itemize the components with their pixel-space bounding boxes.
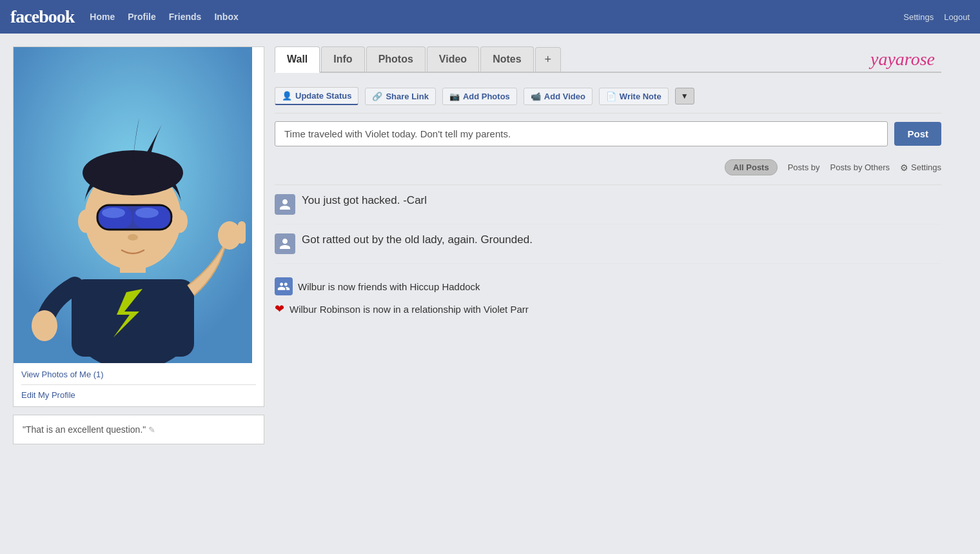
nav-settings[interactable]: Settings: [903, 12, 934, 22]
heart-icon: ❤: [275, 302, 284, 316]
main-content: Wall Info Photos Video Notes + yayarose …: [275, 46, 941, 444]
update-status-icon: 👤: [282, 91, 292, 101]
divider: [21, 384, 256, 385]
nav-right: Settings Logout: [903, 12, 970, 22]
share-link-label: Share Link: [386, 92, 428, 101]
top-navigation: facebook Home Profile Friends Inbox Sett…: [0, 0, 980, 34]
add-photos-icon: 📷: [449, 92, 460, 101]
profile-photo-box: View Photos of Me (1) Edit My Profile: [13, 46, 264, 407]
add-photos-label: Add Photos: [463, 92, 510, 101]
add-video-label: Add Video: [544, 92, 585, 101]
user-icon: [279, 237, 291, 250]
add-video-button[interactable]: 📹 Add Video: [524, 88, 593, 105]
news-friends-text: Wilbur is now friends with Hiccup Haddoc…: [298, 281, 480, 292]
edit-profile-link[interactable]: Edit My Profile: [21, 389, 256, 401]
bio-text: "That is an excellent question.": [23, 424, 146, 435]
news-item-friends: Wilbur is now friends with Hiccup Haddoc…: [275, 274, 941, 299]
view-photos-link[interactable]: View Photos of Me (1): [21, 368, 256, 381]
news-feed: Wilbur is now friends with Hiccup Haddoc…: [275, 274, 941, 319]
post-button[interactable]: Post: [894, 122, 941, 146]
action-bar: 👤 Update Status 🔗 Share Link 📷 Add Photo…: [275, 82, 941, 114]
main-layout: View Photos of Me (1) Edit My Profile "T…: [0, 34, 954, 457]
add-video-icon: 📹: [531, 92, 541, 101]
nav-profile[interactable]: Profile: [128, 12, 156, 22]
update-status-label: Update Status: [295, 91, 351, 101]
write-note-button[interactable]: 📄 Write Note: [599, 88, 669, 105]
friends-icon: [275, 277, 293, 295]
gear-icon: ⚙: [900, 163, 908, 173]
news-relationship-text: Wilbur Robinson is now in a relationship…: [289, 304, 529, 315]
actions-dropdown[interactable]: ▼: [675, 88, 694, 104]
nav-links: Home Profile Friends Inbox: [90, 12, 903, 22]
post-item: Got ratted out by the old lady, again. G…: [275, 224, 941, 264]
svg-rect-17: [238, 221, 246, 244]
svg-point-14: [78, 210, 93, 233]
filter-bar: All Posts Posts by Posts by Others ⚙ Set…: [275, 154, 941, 181]
nav-friends[interactable]: Friends: [169, 12, 202, 22]
tab-video[interactable]: Video: [427, 46, 479, 72]
posts-area: You just got hacked. -Carl Got ratted ou…: [275, 184, 941, 264]
post-avatar: [275, 233, 295, 254]
sidebar: View Photos of Me (1) Edit My Profile "T…: [13, 46, 264, 444]
status-input[interactable]: [275, 121, 888, 146]
post-avatar: [275, 194, 295, 215]
svg-point-15: [172, 210, 188, 233]
edit-bio-icon[interactable]: ✎: [148, 425, 155, 435]
status-area: Post: [275, 121, 941, 146]
tab-notes[interactable]: Notes: [480, 46, 533, 72]
profile-tabs: Wall Info Photos Video Notes + yayarose: [275, 46, 941, 73]
news-item-relationship: ❤ Wilbur Robinson is now in a relationsh…: [275, 299, 941, 319]
post-item: You just got hacked. -Carl: [275, 185, 941, 224]
bio-box: "That is an excellent question." ✎: [13, 415, 264, 444]
user-icon: [279, 198, 291, 211]
post-text: You just got hacked. -Carl: [302, 194, 427, 207]
nav-inbox[interactable]: Inbox: [214, 12, 238, 22]
post-text: Got ratted out by the old lady, again. G…: [302, 233, 533, 246]
nav-logout[interactable]: Logout: [944, 12, 970, 22]
photo-links: View Photos of Me (1) Edit My Profile: [14, 363, 264, 406]
svg-point-10: [102, 208, 125, 218]
filter-settings[interactable]: ⚙ Settings: [900, 163, 941, 173]
svg-point-18: [32, 310, 57, 341]
profile-photo: [14, 47, 252, 363]
tab-wall[interactable]: Wall: [275, 46, 320, 73]
tab-info[interactable]: Info: [321, 46, 364, 72]
share-link-button[interactable]: 🔗 Share Link: [365, 88, 435, 105]
update-status-button[interactable]: 👤 Update Status: [275, 87, 358, 105]
write-note-label: Write Note: [620, 92, 662, 101]
posts-by-others-filter[interactable]: Posts by Others: [830, 163, 890, 172]
add-photos-button[interactable]: 📷 Add Photos: [442, 88, 517, 105]
svg-point-16: [218, 221, 241, 250]
write-note-icon: 📄: [606, 92, 616, 101]
nav-home[interactable]: Home: [90, 12, 115, 22]
all-posts-filter[interactable]: All Posts: [725, 159, 778, 175]
posts-by-filter[interactable]: Posts by: [788, 163, 820, 172]
svg-point-11: [135, 208, 159, 218]
username-display: yayarose: [870, 49, 941, 70]
friends-svg-icon: [277, 280, 290, 293]
svg-point-13: [128, 234, 138, 241]
tab-photos[interactable]: Photos: [366, 46, 426, 72]
share-link-icon: 🔗: [372, 92, 382, 101]
facebook-logo: facebook: [10, 6, 74, 27]
settings-label: Settings: [911, 163, 941, 172]
tab-add-button[interactable]: +: [535, 47, 562, 72]
character-illustration: [14, 47, 252, 363]
